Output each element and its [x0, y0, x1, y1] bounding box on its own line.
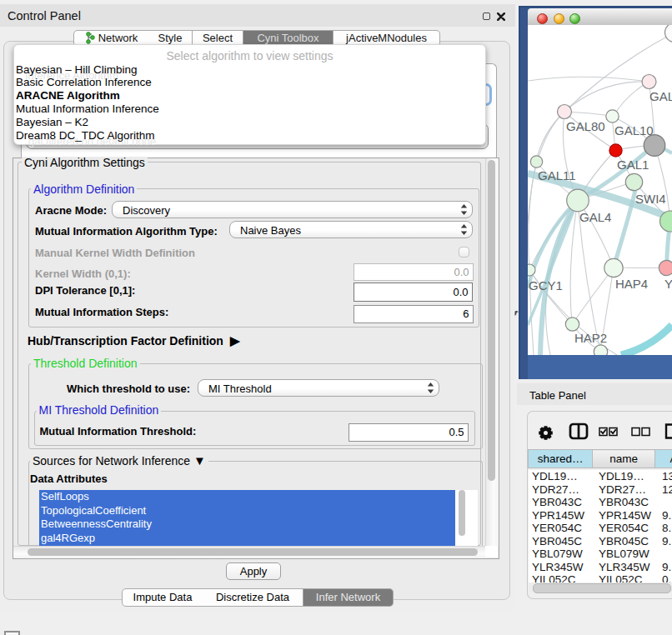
- svg-text:GAL7: GAL7: [649, 89, 672, 103]
- svg-text:HAP2: HAP2: [574, 331, 607, 345]
- svg-text:GCY1: GCY1: [529, 278, 563, 292]
- svg-text:GAL4: GAL4: [579, 210, 611, 224]
- svg-text:HAP4: HAP4: [615, 277, 648, 291]
- svg-text:GAL11: GAL11: [538, 168, 576, 182]
- svg-text:SWI4: SWI4: [635, 192, 666, 206]
- svg-text:GAL80: GAL80: [566, 119, 605, 133]
- svg-text:Y: Y: [664, 277, 672, 291]
- svg-text:GAL10: GAL10: [614, 123, 654, 138]
- svg-text:GAL1: GAL1: [617, 158, 649, 172]
